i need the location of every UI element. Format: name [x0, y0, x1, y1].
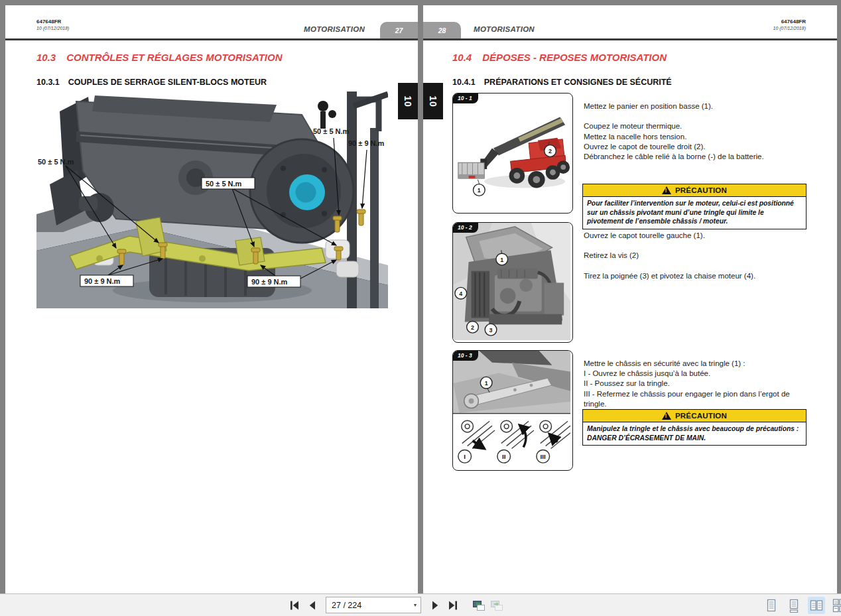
figure-10-2: 10 - 2: [452, 222, 573, 343]
section-number: 10.3: [36, 52, 56, 63]
caution-box-2: ! PRÉCAUTION Manipulez la tringle et le …: [582, 409, 807, 446]
caution-header: ! PRÉCAUTION: [583, 410, 806, 422]
svg-text:1: 1: [500, 257, 503, 263]
page-number-tab: 28: [423, 22, 461, 38]
procedure-step-2: Ouvrez le capot tourelle gauche (1). Ret…: [584, 231, 808, 281]
svg-text:1: 1: [485, 380, 488, 387]
section-title-text: DÉPOSES - REPOSES MOTORISATION: [482, 52, 667, 63]
caution-title: PRÉCAUTION: [675, 186, 727, 194]
figure-id-label: 10 - 1: [453, 93, 478, 103]
page-layout-buttons: [763, 597, 841, 614]
torque-label: 90 ± 9 N.m: [251, 278, 288, 286]
view-history-buttons: [470, 596, 505, 614]
header-rule: [5, 38, 418, 40]
two-page-continuous-icon: [832, 598, 841, 613]
subsection-title: 10.3.1COUPLES DE SERRAGE SILENT-BLOCS MO…: [36, 78, 267, 87]
svg-text:1: 1: [478, 187, 481, 194]
svg-text:2: 2: [549, 148, 552, 154]
figure-10-3: 10 - 3 1: [452, 350, 573, 471]
next-page-icon: [428, 599, 442, 612]
subsection-title: 10.4.1PRÉPARATIONS ET CONSIGNES DE SÉCUR…: [452, 78, 672, 87]
caution-title: PRÉCAUTION: [675, 412, 727, 420]
figure-10-1: 10 - 1: [452, 93, 573, 214]
engine-bay-photo: 1 4 2 3: [453, 223, 570, 340]
first-page-icon: [288, 599, 301, 612]
document-page-right: 647648FR 10 (07/12/2018) MOTORISATION 28…: [423, 5, 837, 593]
svg-text:4: 4: [459, 290, 462, 297]
document-page-left: 647648FR 10 (07/12/2018) MOTORISATION 27…: [5, 5, 418, 593]
running-header: MOTORISATION: [474, 25, 535, 33]
previous-page-icon: [306, 599, 319, 612]
section-number: 10.4: [452, 52, 472, 63]
chapter-index-number: 10: [403, 95, 413, 107]
caution-body: Pour faciliter l’intervention sur le mot…: [583, 197, 806, 229]
two-page-view-button[interactable]: [808, 597, 825, 614]
single-page-continuous-icon: [764, 598, 779, 613]
header-rule: [423, 38, 837, 40]
doc-revision: 10 (07/12/2018): [36, 25, 69, 32]
caution-box-1: ! PRÉCAUTION Pour faciliter l’interventi…: [582, 184, 807, 229]
procedure-step-3: Mettre le châssis en sécurité avec la tr…: [584, 359, 808, 409]
single-page-continuous-button[interactable]: [763, 597, 780, 614]
two-page-continuous-button[interactable]: [830, 597, 841, 614]
caution-body: Manipulez la tringle et le châssis avec …: [583, 422, 806, 445]
svg-text:2: 2: [471, 324, 474, 331]
section-title-text: CONTRÔLES ET RÉGLAGES MOTORISATION: [66, 52, 282, 63]
single-page-icon: [787, 598, 801, 613]
pdf-viewer-window: { "toolbar": { "page_indicator": "27 / 2…: [0, 0, 841, 616]
page-navigation: 27 / 224 ▼: [285, 596, 505, 614]
step-numerals: I II III: [458, 450, 550, 463]
next-view-icon: [489, 599, 504, 612]
subsection-title-text: PRÉPARATIONS ET CONSIGNES DE SÉCURITÉ: [484, 78, 672, 87]
engine-torque-figure: 50 ± 5 N.m 90 ± 9 N.m 50 ± 5 N.m 50 ± 5 …: [36, 92, 388, 308]
warning-icon: !: [662, 412, 671, 420]
previous-view-icon: [472, 599, 486, 612]
svg-text:3: 3: [489, 327, 493, 334]
page-number-tab: 27: [380, 22, 418, 38]
two-page-view-icon: [809, 598, 824, 613]
subsection-number: 10.4.1: [452, 78, 476, 87]
page-dropdown-caret-icon[interactable]: ▼: [410, 597, 420, 613]
chapter-index-tab: 10: [398, 83, 418, 119]
svg-text:II: II: [502, 453, 506, 460]
torque-label: 90 ± 9 N.m: [84, 277, 121, 285]
torque-label: 50 ± 5 N.m: [206, 180, 242, 188]
boom-lift-illustration: 1 2: [453, 93, 570, 211]
svg-text:I: I: [464, 453, 466, 460]
warning-icon: !: [662, 186, 671, 194]
previous-view-button[interactable]: [470, 596, 487, 614]
engine-illustration: 50 ± 5 N.m 90 ± 9 N.m 50 ± 5 N.m 50 ± 5 …: [36, 92, 388, 308]
step-diagrams: [462, 420, 570, 448]
procedure-step-1: Mettez le panier en position basse (1). …: [584, 101, 808, 162]
page-number-input[interactable]: 27 / 224 ▼: [326, 597, 421, 613]
single-page-button[interactable]: [785, 597, 803, 614]
torque-label: 50 ± 5 N.m: [38, 158, 74, 166]
next-page-button[interactable]: [426, 596, 444, 614]
tringle-photo-and-steps: 1: [453, 351, 570, 468]
subsection-number: 10.3.1: [36, 78, 60, 87]
previous-page-button[interactable]: [303, 596, 321, 614]
doc-ref-number: 647648FR: [773, 19, 806, 25]
subsection-title-text: COUPLES DE SERRAGE SILENT-BLOCS MOTEUR: [68, 78, 267, 87]
last-page-button[interactable]: [444, 596, 462, 614]
next-view-button[interactable]: [487, 596, 505, 614]
figure-id-label: 10 - 2: [453, 223, 478, 233]
last-page-icon: [446, 599, 460, 612]
doc-reference: 647648FR 10 (07/12/2018): [773, 19, 806, 32]
chapter-index-number: 10: [428, 95, 438, 107]
doc-reference: 647648FR 10 (07/12/2018): [36, 19, 69, 32]
section-title: 10.3CONTRÔLES ET RÉGLAGES MOTORISATION: [36, 52, 283, 63]
chapter-index-tab: 10: [423, 83, 443, 119]
viewer-toolbar: 27 / 224 ▼: [0, 593, 841, 616]
torque-label: 50 ± 5 N.m: [313, 127, 350, 135]
running-header: MOTORISATION: [304, 25, 365, 33]
doc-ref-number: 647648FR: [36, 19, 69, 25]
caution-header: ! PRÉCAUTION: [583, 184, 806, 197]
torque-label: 90 ± 9 N.m: [348, 139, 385, 147]
svg-text:III: III: [541, 453, 546, 460]
section-title: 10.4DÉPOSES - REPOSES MOTORISATION: [452, 52, 667, 63]
first-page-button[interactable]: [285, 596, 303, 614]
page-indicator-value: 27 / 224: [326, 601, 410, 610]
figure-id-label: 10 - 3: [453, 351, 478, 361]
doc-revision: 10 (07/12/2018): [773, 25, 806, 32]
